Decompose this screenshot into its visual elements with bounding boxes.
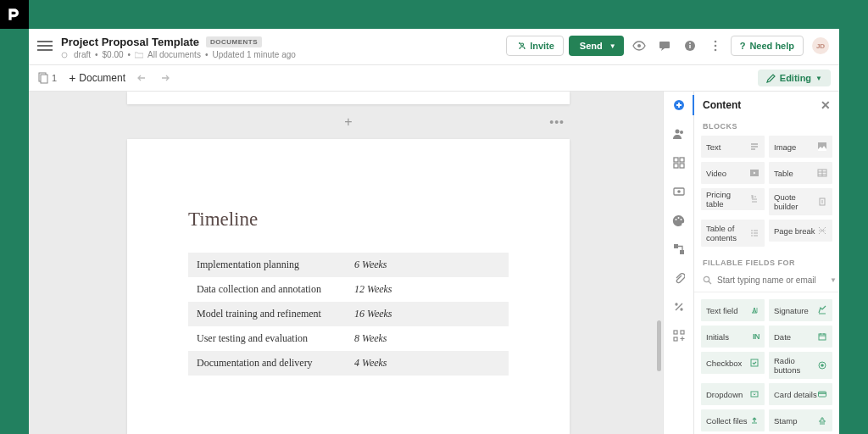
field-radio[interactable]: Radio buttons	[769, 352, 832, 379]
invite-label: Invite	[530, 41, 554, 51]
field-signature[interactable]: Signature	[769, 299, 832, 321]
svg-rect-32	[820, 198, 825, 205]
insert-block-bar: + •••	[127, 112, 570, 132]
svg-point-20	[676, 219, 677, 220]
table-row: Implementation planning6 Weeks	[188, 253, 509, 277]
block-video[interactable]: Video	[701, 162, 765, 184]
svg-point-5	[689, 42, 691, 44]
preview-icon[interactable]	[629, 36, 649, 56]
chevron-down-icon: ▼	[815, 75, 822, 82]
svg-rect-39	[819, 392, 826, 397]
panel-title: Content	[703, 99, 741, 111]
svg-point-0	[62, 53, 67, 58]
svg-point-13	[680, 131, 683, 134]
svg-rect-26	[681, 331, 684, 334]
side-rail	[663, 92, 693, 434]
field-dropdown[interactable]: Dropdown	[701, 383, 765, 405]
table-row: Data collection and annotation12 Weeks	[188, 277, 509, 302]
close-icon[interactable]: ✕	[821, 98, 831, 112]
svg-rect-34	[819, 334, 826, 340]
page-count: 1	[52, 73, 57, 83]
rail-attachment-icon[interactable]	[670, 270, 687, 287]
block-quote-builder[interactable]: Quote builder	[769, 188, 832, 215]
field-date[interactable]: Date	[769, 326, 832, 348]
svg-point-1	[637, 44, 641, 47]
editing-label: Editing	[780, 73, 811, 83]
pencil-icon	[766, 74, 776, 83]
initials-icon: IN	[753, 332, 760, 341]
field-initials[interactable]: InitialsIN	[701, 326, 765, 348]
document-title[interactable]: Project Proposal Template	[61, 36, 199, 48]
menu-icon[interactable]	[37, 41, 53, 53]
timeline-table[interactable]: Implementation planning6 Weeks Data coll…	[188, 253, 509, 376]
field-card[interactable]: Card details	[769, 383, 832, 405]
question-icon: ?	[740, 41, 746, 51]
document-toolbar: 1 + Document Editing ▼	[29, 65, 839, 92]
user-avatar[interactable]: JD	[812, 37, 829, 54]
page-break-icon	[817, 225, 827, 236]
redo-icon[interactable]	[158, 73, 170, 83]
svg-rect-38	[751, 392, 758, 397]
chevron-down-icon[interactable]: ▼	[830, 276, 837, 284]
plus-icon: +	[69, 71, 75, 85]
svg-rect-14	[674, 158, 678, 162]
add-document-button[interactable]: + Document	[64, 69, 131, 87]
radio-icon	[817, 360, 827, 370]
svg-rect-15	[680, 158, 684, 162]
block-page-break[interactable]: Page break	[769, 220, 832, 242]
page-indicator[interactable]: 1	[37, 72, 57, 84]
field-collect-files[interactable]: Collect files	[701, 409, 765, 431]
block-text[interactable]: Text	[701, 136, 765, 158]
info-icon[interactable]	[680, 36, 700, 56]
help-button[interactable]: ? Need help	[731, 36, 804, 56]
invite-button[interactable]: Invite	[506, 36, 564, 56]
more-icon[interactable]	[705, 36, 726, 56]
status-dot-icon	[61, 51, 70, 59]
undo-icon[interactable]	[137, 73, 149, 83]
rail-content-icon[interactable]	[670, 97, 687, 114]
app-header: Project Proposal Template DOCUMENTS draf…	[29, 29, 839, 65]
recipient-search[interactable]: ▼	[694, 272, 839, 292]
table-row: User testing and evaluation8 Weeks	[188, 326, 509, 351]
rail-design-icon[interactable]	[670, 212, 687, 229]
block-image[interactable]: Image	[769, 136, 832, 158]
svg-rect-16	[674, 164, 678, 168]
rail-apps-icon[interactable]	[670, 327, 687, 344]
svg-point-12	[675, 130, 679, 134]
document-label: Document	[79, 72, 125, 84]
page-heading[interactable]: Timeline	[188, 209, 509, 231]
field-checkbox[interactable]: Checkbox	[701, 352, 765, 374]
svg-point-33	[704, 276, 709, 281]
text-field-icon	[749, 305, 760, 315]
search-icon	[703, 275, 712, 285]
svg-rect-4	[689, 45, 690, 48]
field-text[interactable]: Text field	[701, 299, 765, 321]
quote-icon	[817, 197, 827, 207]
rail-pricing-icon[interactable]	[670, 183, 687, 200]
rail-variables-icon[interactable]	[670, 154, 687, 171]
svg-point-7	[714, 45, 716, 47]
block-table[interactable]: Table	[769, 162, 832, 184]
rail-recipients-icon[interactable]	[670, 125, 687, 142]
fillable-section-label: FILLABLE FIELDS FOR	[694, 255, 839, 272]
scrollbar[interactable]	[657, 320, 661, 371]
field-stamp[interactable]: Stamp	[769, 409, 832, 431]
send-button[interactable]: Send ▼	[569, 36, 624, 56]
block-toc[interactable]: Table of contents	[701, 220, 765, 247]
svg-point-19	[677, 190, 681, 193]
search-input[interactable]	[717, 275, 825, 285]
editing-mode-button[interactable]: Editing ▼	[758, 70, 831, 86]
text-icon	[749, 142, 760, 152]
svg-rect-17	[680, 164, 684, 168]
add-block-icon[interactable]: +	[344, 114, 352, 130]
rail-workflow-icon[interactable]	[670, 241, 687, 258]
image-icon	[817, 142, 827, 152]
document-canvas[interactable]: + ••• Timeline Implementation planning6 …	[29, 92, 663, 434]
block-options-icon[interactable]: •••	[549, 115, 565, 129]
location-text[interactable]: All documents	[147, 50, 201, 59]
rail-discount-icon[interactable]	[670, 298, 687, 315]
comment-icon[interactable]	[654, 36, 675, 56]
blocks-section-label: BLOCKS	[694, 119, 839, 136]
block-pricing-table[interactable]: Pricing table$	[701, 188, 765, 210]
svg-rect-25	[674, 331, 677, 334]
